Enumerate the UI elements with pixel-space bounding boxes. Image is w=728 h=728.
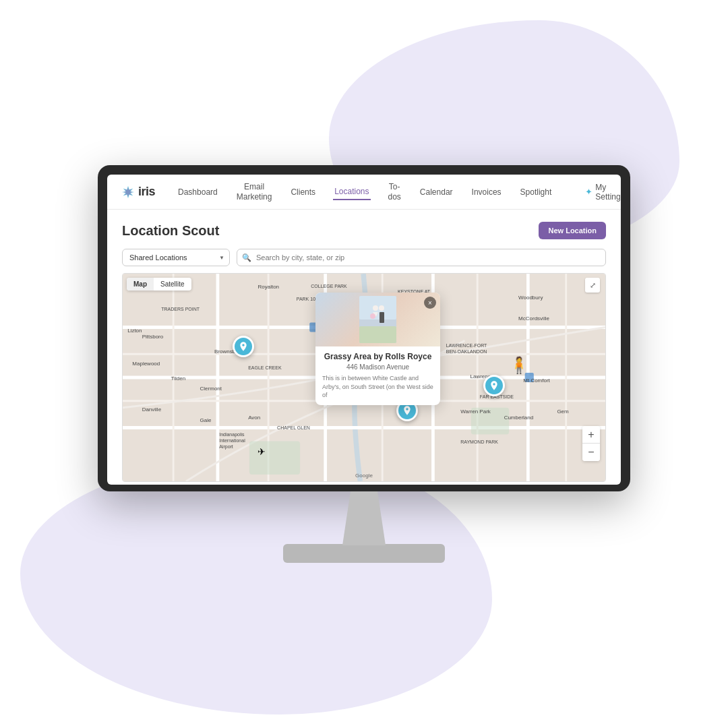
- app-logo: iris: [121, 185, 155, 200]
- iris-logo-icon: [121, 185, 135, 200]
- popup-address: 446 Madison Avenue: [322, 363, 433, 371]
- map-label-eagle-creek: EAGLE CREEK: [248, 365, 281, 370]
- content-header: Location Scout New Location: [122, 222, 606, 239]
- wedding-photo-svg: [359, 296, 396, 343]
- map-label-maplewood: Maplewood: [132, 361, 160, 367]
- map-label-college-park: COLLEGE PARK: [311, 284, 347, 289]
- nav-email-marketing[interactable]: EmailMarketing: [235, 179, 274, 204]
- monitor-bezel: iris Dashboard EmailMarketing Clients Lo…: [98, 165, 630, 491]
- svg-point-23: [373, 305, 378, 311]
- map-tab-satellite[interactable]: Satellite: [154, 278, 191, 291]
- map-label-cumberland: Cumberland: [504, 415, 534, 421]
- monitor: iris Dashboard EmailMarketing Clients Lo…: [98, 165, 630, 563]
- app-nav: iris Dashboard EmailMarketing Clients Lo…: [107, 175, 621, 210]
- map-expand-button[interactable]: ⤢: [585, 278, 600, 293]
- logo-text: iris: [138, 185, 155, 199]
- location-popup-card: ×: [315, 293, 440, 405]
- popup-location-name: Grassy Area by Rolls Royce: [322, 352, 433, 361]
- app-content: Location Scout New Location Shared Locat…: [107, 210, 621, 482]
- svg-point-24: [379, 305, 384, 311]
- new-location-button[interactable]: New Location: [539, 222, 606, 239]
- map-label-warren-park: Warren Park: [460, 408, 491, 415]
- nav-calendar[interactable]: Calendar: [419, 185, 454, 200]
- map-label-gale: Gale: [200, 417, 212, 423]
- filters-row: Shared Locations 🔍: [122, 249, 606, 266]
- svg-rect-25: [380, 312, 384, 323]
- map-label-traders-point: TRADERS POINT: [161, 307, 200, 311]
- map-label-lizton: Lizton: [127, 328, 142, 334]
- map-label-gem: Gem: [557, 408, 568, 415]
- airport-icon: ✈: [257, 446, 266, 457]
- monitor-neck: [337, 491, 391, 545]
- map-label-lawrence-fort: LAWRENCE-FORTBEN-OAKLANDON: [446, 342, 487, 355]
- map-pin-1[interactable]: [233, 336, 254, 357]
- settings-star-icon: ✦: [585, 187, 593, 197]
- nav-spotlight[interactable]: Spotlight: [519, 185, 553, 200]
- search-wrapper: 🔍: [237, 249, 606, 266]
- map-background: Royalton TRADERS POINT Pittsboro Maplewo…: [123, 274, 605, 481]
- nav-my-settings[interactable]: ✦ My Settings ▾: [585, 183, 621, 202]
- page-title: Location Scout: [122, 223, 219, 239]
- zoom-out-button[interactable]: −: [582, 444, 600, 461]
- my-settings-label: My Settings: [595, 183, 621, 202]
- shared-locations-dropdown[interactable]: Shared Locations: [122, 249, 230, 266]
- search-input[interactable]: [237, 249, 606, 266]
- map-label-chapel-glen: CHAPEL GLEN: [277, 425, 310, 430]
- google-attribution: Google: [355, 473, 373, 479]
- map-label-mt-comfort: Mt Comfort: [523, 377, 550, 384]
- map-label-clermont: Clermont: [200, 386, 222, 392]
- monitor-base: [283, 544, 445, 563]
- map-label-raymond-park: RAYMOND PARK: [460, 439, 498, 444]
- map-label-avon: Avon: [248, 415, 260, 421]
- svg-rect-22: [359, 326, 396, 343]
- nav-invoices[interactable]: Invoices: [471, 185, 503, 200]
- svg-point-26: [370, 313, 375, 319]
- map-label-tilden: Tilden: [171, 375, 186, 382]
- map-label-pittsboro: Pittsboro: [142, 334, 164, 340]
- map-label-woodbury: Woodbury: [518, 295, 543, 301]
- filter-select-wrapper: Shared Locations: [122, 249, 230, 266]
- map-zoom-controls: + −: [582, 426, 600, 461]
- popup-image: [315, 293, 440, 346]
- search-icon: 🔍: [242, 253, 251, 262]
- popup-body: Grassy Area by Rolls Royce 446 Madison A…: [315, 346, 440, 405]
- nav-dashboard[interactable]: Dashboard: [177, 185, 219, 200]
- pegman-icon[interactable]: 🧍: [509, 356, 528, 375]
- monitor-screen: iris Dashboard EmailMarketing Clients Lo…: [107, 175, 621, 485]
- svg-rect-18: [249, 441, 300, 475]
- popup-close-button[interactable]: ×: [424, 297, 436, 309]
- zoom-in-button[interactable]: +: [582, 426, 600, 444]
- map-label-mccordsville: McCordsville: [518, 315, 549, 322]
- map-label-royalton: Royalton: [257, 284, 279, 290]
- nav-todos[interactable]: To-dos: [387, 179, 402, 204]
- map-tab-map[interactable]: Map: [127, 278, 154, 291]
- popup-description: This is in between White Castle and Arby…: [322, 374, 433, 400]
- map-label-danville: Danville: [142, 406, 161, 413]
- nav-locations[interactable]: Locations: [333, 184, 370, 200]
- map-label-airport: IndianapolisInternationalAirport: [219, 431, 245, 450]
- map-tabs: Map Satellite: [127, 278, 191, 291]
- nav-clients[interactable]: Clients: [289, 185, 317, 200]
- map-container: Map Satellite ⤢: [122, 273, 606, 482]
